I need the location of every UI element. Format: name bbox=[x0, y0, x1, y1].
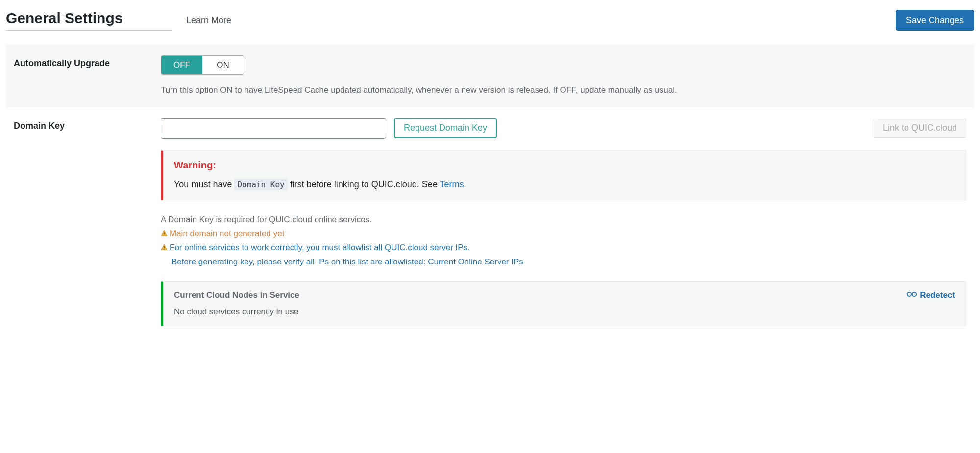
warning-code: Domain Key bbox=[234, 179, 287, 190]
link-quic-cloud-button[interactable]: Link to QUIC.cloud bbox=[874, 119, 966, 138]
domain-key-info: A Domain Key is required for QUIC.cloud … bbox=[161, 213, 966, 270]
warning-title: Warning: bbox=[174, 160, 955, 171]
redetect-label: Redetect bbox=[920, 290, 955, 300]
toggle-on[interactable]: ON bbox=[202, 56, 244, 74]
auto-upgrade-section: Automatically Upgrade OFF ON Turn this o… bbox=[6, 45, 974, 107]
terms-link[interactable]: Terms bbox=[440, 179, 464, 189]
toggle-off[interactable]: OFF bbox=[161, 56, 202, 74]
warning-text-after: first before linking to QUIC.cloud. See bbox=[288, 179, 440, 189]
save-changes-button[interactable]: Save Changes bbox=[896, 10, 974, 31]
svg-rect-3 bbox=[164, 249, 164, 249]
info-line-4-prefix: Before generating key, please verify all… bbox=[172, 257, 428, 266]
warning-period: . bbox=[464, 179, 466, 189]
warning-text: You must have Domain Key first before li… bbox=[174, 178, 955, 191]
cloud-nodes-title: Current Cloud Nodes in Service bbox=[174, 290, 299, 300]
cloud-nodes-notice: Current Cloud Nodes in Service Redetect … bbox=[161, 281, 966, 326]
auto-upgrade-label: Automatically Upgrade bbox=[14, 55, 161, 69]
cloud-nodes-header: Current Cloud Nodes in Service Redetect bbox=[174, 290, 955, 300]
info-line-3: For online services to work correctly, y… bbox=[161, 241, 966, 255]
link-icon bbox=[907, 290, 917, 300]
learn-more-link[interactable]: Learn More bbox=[186, 15, 231, 29]
header-left: General Settings Learn More bbox=[6, 10, 231, 31]
domain-key-content: Request Domain Key Link to QUIC.cloud Wa… bbox=[161, 118, 966, 327]
svg-point-5 bbox=[912, 292, 916, 296]
warning-notice: Warning: You must have Domain Key first … bbox=[161, 150, 966, 200]
svg-rect-0 bbox=[164, 232, 164, 234]
auto-upgrade-toggle[interactable]: OFF ON bbox=[161, 55, 244, 75]
svg-point-4 bbox=[907, 292, 911, 296]
info-line-2: Main domain not generated yet bbox=[161, 227, 966, 241]
domain-key-input[interactable] bbox=[161, 118, 386, 139]
domain-key-row: Request Domain Key Link to QUIC.cloud bbox=[161, 118, 966, 139]
svg-rect-2 bbox=[164, 246, 164, 248]
server-ips-link[interactable]: Current Online Server IPs bbox=[428, 257, 523, 266]
auto-upgrade-description: Turn this option ON to have LiteSpeed Ca… bbox=[161, 84, 966, 96]
info-line-1: A Domain Key is required for QUIC.cloud … bbox=[161, 213, 966, 227]
redetect-link[interactable]: Redetect bbox=[907, 290, 955, 300]
svg-rect-1 bbox=[164, 235, 164, 235]
page-title: General Settings bbox=[6, 10, 172, 31]
warning-icon bbox=[161, 241, 168, 255]
auto-upgrade-content: OFF ON Turn this option ON to have LiteS… bbox=[161, 55, 966, 96]
info-line-4: Before generating key, please verify all… bbox=[161, 255, 966, 269]
warning-text-before: You must have bbox=[174, 179, 234, 189]
warning-icon bbox=[161, 227, 168, 241]
page-header: General Settings Learn More Save Changes bbox=[6, 10, 974, 31]
domain-key-input-group: Request Domain Key bbox=[161, 118, 497, 139]
request-domain-key-button[interactable]: Request Domain Key bbox=[394, 118, 497, 138]
cloud-nodes-body: No cloud services currently in use bbox=[174, 307, 955, 317]
domain-key-label: Domain Key bbox=[14, 118, 161, 131]
info-line-2-text: Main domain not generated yet bbox=[170, 229, 284, 238]
domain-key-section: Domain Key Request Domain Key Link to QU… bbox=[6, 107, 974, 337]
info-line-3-text: For online services to work correctly, y… bbox=[170, 243, 470, 252]
